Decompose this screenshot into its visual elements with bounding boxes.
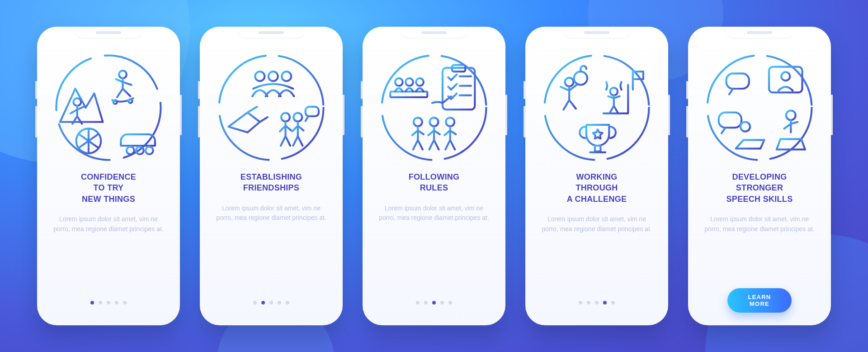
- screen-title: ESTABLISHING FRIENDSHIPS: [241, 171, 302, 194]
- dot: [611, 301, 615, 304]
- dot: [115, 301, 118, 304]
- svg-point-6: [127, 147, 134, 154]
- friendship-handshake-icon: [207, 36, 335, 171]
- dot: [587, 301, 590, 304]
- svg-point-29: [610, 88, 618, 95]
- checklist-team-icon: [370, 36, 498, 171]
- page-indicator[interactable]: [90, 301, 127, 304]
- svg-point-20: [416, 78, 424, 86]
- dot: [261, 301, 265, 304]
- phone-mockup: FOLLOWING RULES Lorem ipsum dolor sit am…: [363, 27, 505, 325]
- screen-description: Lorem ipsum dolor sit amet, vim ne porro…: [541, 214, 653, 234]
- screen-description: Lorem ipsum dolor sit amet, vim ne porro…: [215, 204, 327, 223]
- dot: [278, 301, 281, 304]
- dot: [432, 301, 436, 304]
- dot: [595, 301, 599, 304]
- svg-point-11: [269, 71, 278, 81]
- onboarding-screens-row: CONFIDENCE TO TRY NEW THINGS Lorem ipsum…: [0, 0, 868, 352]
- phone-volume-button: [361, 106, 363, 138]
- screen-title: FOLLOWING RULES: [409, 171, 460, 194]
- phone-power-button: [180, 95, 182, 135]
- page-indicator[interactable]: [416, 301, 452, 304]
- svg-rect-17: [390, 91, 427, 97]
- screen-title: WORKING THROUGH A CHALLENGE: [567, 171, 627, 205]
- svg-rect-15: [306, 107, 319, 116]
- dot: [448, 301, 452, 304]
- dot: [99, 301, 102, 304]
- phone-notch: [563, 27, 631, 38]
- svg-point-4: [128, 99, 132, 103]
- svg-rect-21: [443, 68, 475, 109]
- page-indicator[interactable]: [253, 301, 289, 304]
- phone-power-button: [343, 95, 344, 135]
- svg-point-2: [119, 71, 127, 78]
- phone-power-button: [668, 95, 670, 135]
- phone-volume-button: [361, 81, 363, 99]
- dot: [579, 301, 582, 304]
- phone-mockup: ESTABLISHING FRIENDSHIPS Lorem ipsum dol…: [200, 27, 343, 325]
- phone-notch: [726, 27, 793, 38]
- svg-point-1: [73, 98, 81, 106]
- phone-power-button: [831, 95, 833, 135]
- svg-point-28: [574, 71, 587, 85]
- screen-description: Lorem ipsum dolor sit amet, vim ne porro…: [52, 214, 165, 234]
- svg-point-25: [446, 118, 454, 126]
- phone-power-button: [505, 95, 507, 135]
- svg-point-27: [565, 78, 574, 86]
- phone-volume-button: [524, 106, 525, 138]
- phone-volume-button: [198, 81, 200, 99]
- phone-notch: [237, 27, 305, 38]
- dot: [424, 301, 428, 304]
- svg-point-24: [430, 118, 439, 126]
- svg-point-3: [113, 100, 117, 104]
- svg-point-36: [786, 110, 796, 120]
- dot: [416, 301, 420, 304]
- phone-mockup: DEVELOPING STRONGER SPEECH SKILLS Lorem …: [688, 27, 831, 325]
- phone-volume-button: [198, 106, 200, 138]
- learn-more-button[interactable]: LEARN MORE: [727, 288, 792, 313]
- dot: [90, 301, 94, 304]
- conversation-speech-icon: [695, 36, 824, 171]
- phone-mockup: WORKING THROUGH A CHALLENGE Lorem ipsum …: [525, 27, 668, 325]
- page-indicator[interactable]: [579, 301, 615, 304]
- dot: [286, 301, 289, 304]
- svg-point-16: [382, 56, 486, 160]
- svg-point-12: [282, 71, 291, 81]
- dot: [440, 301, 444, 304]
- svg-point-35: [741, 122, 750, 132]
- svg-point-0: [57, 56, 161, 160]
- screen-title: CONFIDENCE TO TRY NEW THINGS: [81, 171, 136, 205]
- phone-mockup: CONFIDENCE TO TRY NEW THINGS Lorem ipsum…: [37, 27, 180, 325]
- dot: [123, 301, 127, 304]
- screen-description: Lorem ipsum dolor sit amet, vim ne porro…: [703, 214, 816, 234]
- screen-description: Lorem ipsum dolor sit amet, vim ne porro…: [378, 204, 490, 223]
- sports-activities-icon: [44, 36, 173, 171]
- svg-point-30: [708, 56, 812, 160]
- svg-point-32: [781, 72, 790, 81]
- phone-volume-button: [35, 106, 37, 138]
- phone-volume-button: [686, 81, 688, 99]
- svg-point-8: [146, 147, 153, 154]
- svg-point-14: [293, 113, 302, 122]
- phone-notch: [400, 27, 468, 38]
- svg-rect-34: [719, 113, 741, 128]
- screen-title: DEVELOPING STRONGER SPEECH SKILLS: [726, 171, 793, 205]
- dot: [269, 301, 273, 304]
- dot: [253, 301, 257, 304]
- dot: [107, 301, 110, 304]
- challenge-trophy-icon: [533, 36, 661, 171]
- svg-point-18: [395, 78, 403, 86]
- svg-rect-33: [726, 73, 749, 89]
- dot: [603, 301, 607, 304]
- phone-volume-button: [524, 81, 525, 99]
- phone-volume-button: [686, 106, 688, 138]
- phone-volume-button: [35, 81, 37, 99]
- svg-point-13: [281, 113, 290, 122]
- svg-point-10: [255, 71, 264, 81]
- svg-point-23: [414, 118, 422, 126]
- svg-point-19: [406, 78, 413, 86]
- phone-notch: [75, 27, 142, 38]
